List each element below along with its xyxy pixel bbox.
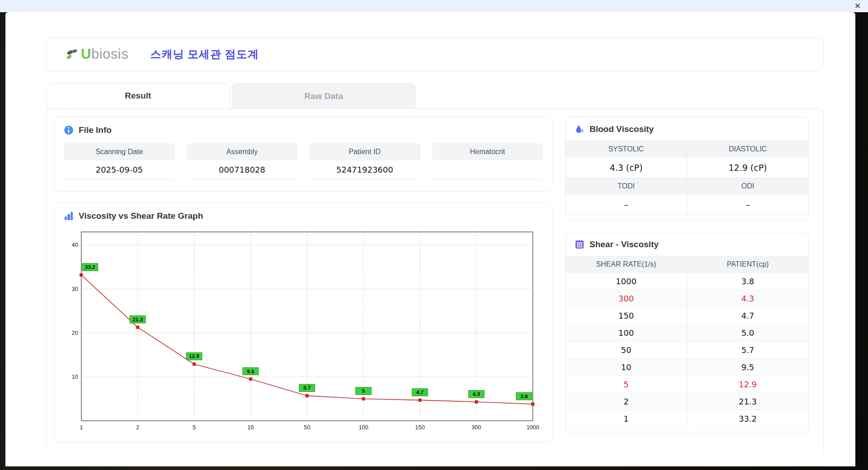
table-row: 3004.3	[566, 290, 808, 307]
svg-text:300: 300	[472, 424, 481, 431]
patient-viscosity-cell: 5.0	[687, 324, 809, 342]
table-row: 512.9	[566, 376, 808, 393]
table-row: SYSTOLIC DIASTOLIC	[566, 141, 808, 158]
water-drops-icon	[575, 124, 585, 134]
table-row: 10003.8	[566, 273, 808, 290]
ubiosis-logo: Ubiosis	[65, 46, 128, 62]
patient-viscosity-cell: 4.3	[687, 290, 809, 307]
shear-rate-cell: 100	[566, 324, 687, 342]
close-icon[interactable]: ✕	[851, 0, 864, 12]
field-value	[432, 160, 543, 179]
graph-title: Viscosity vs Shear Rate Graph	[79, 211, 203, 221]
field-label: Hematocrit	[432, 143, 543, 160]
patient-viscosity-cell: 12.9	[687, 376, 809, 393]
info-icon	[64, 125, 74, 135]
patient-viscosity-cell: 21.3	[687, 393, 809, 410]
tab-raw-data[interactable]: Raw Data	[232, 83, 415, 108]
svg-text:12.9: 12.9	[189, 353, 199, 359]
shear-rate-cell: 1000	[566, 273, 687, 290]
table-row: 1005.0	[566, 324, 808, 342]
field-patient-id: Patient ID 52471923600	[309, 143, 420, 179]
svg-text:100: 100	[359, 424, 368, 431]
shear-viscosity-title: Shear - Viscosity	[590, 240, 659, 249]
svg-text:1000: 1000	[526, 424, 539, 431]
brand-text: Ubiosis	[81, 46, 128, 62]
odi-label: ODI	[687, 178, 809, 195]
app-header: Ubiosis 스캐닝 모세관 점도계	[46, 37, 824, 71]
table-row: 4.3 (cP) 12.9 (cP)	[566, 158, 808, 178]
odi-value: –	[687, 195, 809, 215]
page-title: 스캐닝 모세관 점도계	[150, 47, 259, 61]
blood-viscosity-heading: Blood Viscosity	[566, 124, 808, 141]
todi-label: TODI	[566, 178, 687, 195]
viscosity-chart: 102030401251050100150300100033.221.312.9…	[64, 227, 543, 436]
blood-viscosity-title: Blood Viscosity	[590, 124, 654, 134]
graph-heading: Viscosity vs Shear Rate Graph	[64, 211, 543, 221]
shear-rate-cell: 10	[566, 359, 687, 376]
result-tab-panel: File Info Scanning Date 2025-09-05 Assem…	[46, 108, 824, 452]
field-value: 52471923600	[309, 160, 420, 179]
systolic-value: 4.3 (cP)	[566, 158, 687, 178]
patient-column-header: PATIENT(cp)	[687, 256, 809, 273]
field-value: 000718028	[187, 160, 298, 179]
svg-text:10: 10	[247, 424, 254, 431]
svg-text:20: 20	[71, 329, 78, 336]
file-info-heading: File Info	[64, 125, 543, 135]
svg-text:150: 150	[415, 424, 425, 431]
table-row: – –	[566, 195, 808, 215]
tab-bar: Result Raw Data	[46, 83, 824, 108]
field-hematocrit: Hematocrit	[432, 143, 543, 179]
field-label: Assembly	[187, 143, 298, 160]
shear-rate-cell: 1	[566, 410, 687, 428]
svg-text:50: 50	[304, 424, 310, 431]
table-header-row: SHEAR RATE(1/s) PATIENT(cp)	[566, 256, 808, 273]
patient-viscosity-cell: 4.7	[687, 307, 809, 324]
blood-viscosity-table: SYSTOLIC DIASTOLIC 4.3 (cP) 12.9 (cP) TO…	[566, 141, 808, 215]
svg-text:9.5: 9.5	[247, 368, 255, 374]
shear-table-body: 10003.83004.31504.71005.0505.7109.5512.9…	[566, 273, 808, 428]
shear-viscosity-card: Shear - Viscosity SHEAR RATE(1/s) PATIEN…	[565, 232, 809, 434]
table-row: 505.7	[566, 342, 808, 359]
field-scanning-date: Scanning Date 2025-09-05	[64, 143, 175, 179]
shear-viscosity-heading: Shear - Viscosity	[566, 240, 808, 256]
shear-rate-cell: 300	[566, 290, 687, 307]
table-row: 109.5	[566, 359, 808, 376]
table-row: 221.3	[566, 393, 808, 410]
svg-text:21.3: 21.3	[132, 316, 143, 322]
field-label: Scanning Date	[64, 143, 175, 160]
svg-text:5.7: 5.7	[303, 385, 311, 390]
shear-rate-cell: 5	[566, 376, 687, 393]
table-row: TODI ODI	[566, 178, 808, 195]
viscosity-shear-chart-svg: 102030401251050100150300100033.221.312.9…	[64, 227, 543, 436]
svg-text:10: 10	[71, 373, 78, 380]
svg-text:1: 1	[80, 424, 83, 431]
svg-text:40: 40	[71, 241, 78, 248]
table-row: 1504.7	[566, 307, 808, 324]
app-window: Ubiosis 스캐닝 모세관 점도계 Result Raw Data	[5, 12, 855, 466]
file-info-card: File Info Scanning Date 2025-09-05 Assem…	[54, 117, 552, 192]
browser-titlebar: ✕	[0, 0, 868, 12]
file-info-title: File Info	[79, 125, 112, 135]
patient-viscosity-cell: 5.7	[687, 342, 809, 359]
systolic-label: SYSTOLIC	[566, 141, 687, 158]
grid-table-icon	[575, 240, 585, 249]
svg-text:3.8: 3.8	[520, 393, 528, 399]
shear-rate-column-header: SHEAR RATE(1/s)	[566, 256, 687, 273]
patient-viscosity-cell: 3.8	[687, 273, 809, 290]
svg-text:2: 2	[136, 424, 139, 431]
field-assembly: Assembly 000718028	[187, 143, 298, 179]
diastolic-label: DIASTOLIC	[687, 141, 809, 158]
svg-text:4.7: 4.7	[416, 389, 424, 395]
shear-rate-cell: 150	[566, 307, 687, 324]
svg-text:4.3: 4.3	[473, 391, 481, 397]
shear-viscosity-table: SHEAR RATE(1/s) PATIENT(cp) 10003.83004.…	[566, 256, 808, 428]
table-row: 133.2	[566, 410, 808, 428]
shear-rate-cell: 50	[566, 342, 687, 359]
svg-text:33.2: 33.2	[85, 264, 95, 270]
svg-text:5: 5	[193, 424, 196, 431]
tab-result[interactable]: Result	[46, 83, 230, 108]
field-label: Patient ID	[309, 143, 420, 160]
field-value: 2025-09-05	[64, 160, 175, 179]
diastolic-value: 12.9 (cP)	[687, 158, 809, 178]
blood-viscosity-card: Blood Viscosity SYSTOLIC DIASTOLIC 4.3 (…	[565, 117, 809, 220]
